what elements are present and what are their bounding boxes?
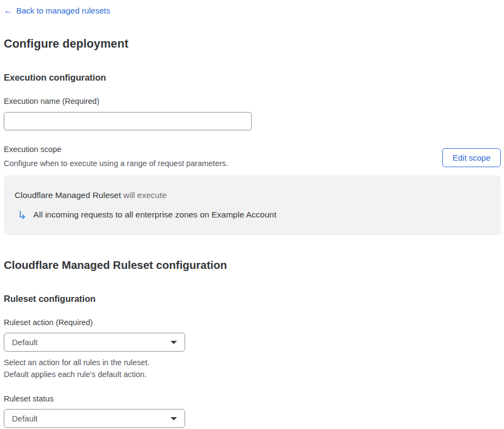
execution-name-input[interactable] (4, 112, 252, 130)
execution-name-label: Execution name (Required) (4, 97, 501, 105)
execution-configuration-heading: Execution configuration (4, 72, 501, 83)
ruleset-action-selected-value: Default (12, 338, 38, 347)
ruleset-status-label: Ruleset status (4, 394, 501, 403)
execution-scope-row: Execution scope Configure when to execut… (4, 145, 501, 169)
execution-scope-label: Execution scope (4, 145, 228, 154)
elbow-arrow-icon: ↳ (17, 209, 27, 221)
execution-name-field: Execution name (Required) (4, 97, 501, 130)
ruleset-status-field: Ruleset status Default Select a status f… (4, 394, 501, 429)
chevron-down-icon (171, 341, 177, 344)
execution-summary-line: Cloudflare Managed Ruleset will execute (15, 190, 490, 200)
back-link-label: Back to managed rulesets (16, 6, 110, 15)
summary-ruleset-name: Cloudflare Managed Ruleset (15, 190, 121, 200)
execution-summary-scope-line: ↳ All incoming requests to all enterpris… (15, 209, 490, 221)
ruleset-configuration-subheading: Ruleset configuration (4, 294, 501, 304)
chevron-down-icon (171, 417, 177, 420)
ruleset-status-selected-value: Default (12, 414, 38, 423)
execution-scope-text: Execution scope Configure when to execut… (4, 145, 228, 169)
summary-scope-text: All incoming requests to all enterprise … (34, 210, 277, 220)
ruleset-action-label: Ruleset action (Required) (4, 318, 501, 327)
back-to-managed-rulesets-link[interactable]: ← Back to managed rulesets (4, 6, 110, 15)
configure-deployment-page: ← Back to managed rulesets Configure dep… (0, 0, 504, 429)
ruleset-configuration-section-heading: Cloudflare Managed Ruleset configuration (4, 259, 501, 272)
execution-scope-description: Configure when to execute using a range … (4, 157, 228, 169)
summary-will-execute: will execute (121, 190, 166, 200)
edit-scope-button[interactable]: Edit scope (442, 148, 501, 167)
ruleset-action-select[interactable]: Default (4, 333, 185, 352)
ruleset-action-help-line1: Select an action for all rules in the ru… (4, 357, 501, 368)
page-title: Configure deployment (4, 37, 501, 51)
execution-summary-box: Cloudflare Managed Ruleset will execute … (4, 175, 501, 235)
ruleset-status-select[interactable]: Default (4, 409, 185, 428)
ruleset-action-help: Select an action for all rules in the ru… (4, 357, 501, 380)
back-arrow-icon: ← (4, 6, 12, 15)
ruleset-action-field: Ruleset action (Required) Default Select… (4, 318, 501, 380)
ruleset-action-help-line2: Default applies each rule's default acti… (4, 368, 501, 380)
